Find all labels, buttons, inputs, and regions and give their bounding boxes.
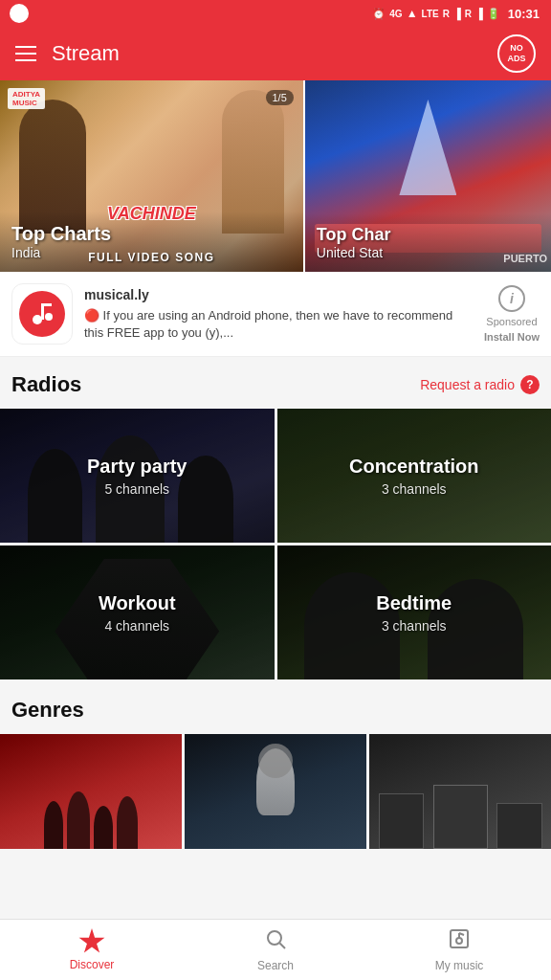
charts-section: ADITYAMUSIC 1/5 Top Charts India VACHIND… — [0, 80, 551, 272]
chart-aditya-badge: ADITYAMUSIC — [8, 88, 45, 109]
genres-section: Genres — [0, 682, 551, 852]
radio-card-workout[interactable]: Workout 4 channels — [0, 546, 275, 679]
genre-card-1[interactable] — [0, 734, 182, 849]
request-radio-button[interactable]: Request a radio ? — [420, 375, 540, 394]
battery-icon: 🔋 — [487, 8, 500, 20]
signal-4g: 4G — [389, 9, 402, 19]
radio-bedtime-overlay: Bedtime 3 channels — [277, 546, 552, 679]
radio-concentration-name: Concentration — [349, 456, 479, 478]
genre-card-2[interactable] — [185, 734, 366, 849]
svg-point-0 — [33, 315, 42, 324]
chart-pagination: 1/5 — [266, 90, 294, 105]
clock-time: 10:31 — [508, 7, 540, 21]
vachinde-text: VACHINDE — [0, 204, 303, 224]
help-icon: ? — [520, 375, 540, 394]
ad-brand-name: musical.ly — [84, 286, 473, 305]
status-bar: ⏰ 4G ▲ LTE R ▐ R ▐ 🔋 10:31 — [0, 0, 551, 27]
ad-description: 🔴 If you are using an Android phone, the… — [84, 307, 473, 342]
app-title: Stream — [52, 41, 120, 66]
radio-card-bedtime[interactable]: Bedtime 3 channels — [277, 546, 552, 679]
mymusic-icon — [448, 927, 471, 956]
wifi-icon: ▲ — [407, 7, 418, 20]
signal-r1: R — [443, 9, 450, 19]
chart-card-india[interactable]: ADITYAMUSIC 1/5 Top Charts India VACHIND… — [0, 80, 303, 272]
svg-rect-3 — [41, 303, 52, 306]
radios-title: Radios — [11, 372, 81, 397]
svg-point-4 — [268, 931, 281, 945]
radio-card-party[interactable]: Party party 5 channels — [0, 409, 275, 543]
chart-us-region: PUERTO — [503, 253, 547, 264]
nav-discover-label: Discover — [70, 958, 115, 971]
discover-icon — [78, 928, 105, 955]
full-video-label: FULL VIDEO SONG — [0, 251, 303, 264]
alarm-icon: ⏰ — [372, 8, 386, 20]
radio-card-concentration[interactable]: Concentration 3 channels — [277, 409, 552, 543]
no-ads-button[interactable]: NOADS — [497, 34, 536, 73]
radio-party-channels: 5 channels — [104, 481, 169, 497]
signal-bars2: ▐ — [475, 8, 483, 19]
svg-point-1 — [45, 313, 53, 321]
nav-item-discover[interactable]: Discover — [0, 920, 184, 980]
ad-banner[interactable]: musical.ly 🔴 If you are using an Android… — [0, 272, 551, 357]
radio-concentration-overlay: Concentration 3 channels — [277, 409, 552, 543]
ad-info-icon[interactable]: i — [498, 285, 525, 312]
radio-workout-channels: 4 channels — [104, 618, 169, 634]
radio-party-name: Party party — [87, 456, 187, 478]
nav-item-search[interactable]: Search — [184, 920, 367, 980]
radio-party-overlay: Party party 5 channels — [0, 409, 275, 543]
radios-section: Radios Request a radio ? Party party — [0, 357, 551, 682]
svg-point-7 — [456, 938, 462, 944]
svg-line-5 — [280, 944, 286, 949]
radios-header: Radios Request a radio ? — [0, 357, 551, 409]
nav-mymusic-label: My music — [435, 959, 484, 972]
radio-workout-name: Workout — [99, 592, 176, 614]
nav-item-mymusic[interactable]: My music — [367, 920, 551, 980]
nav-search-label: Search — [257, 959, 294, 972]
radio-concentration-channels: 3 channels — [382, 481, 447, 497]
ad-sponsored-label: Sponsored — [486, 316, 537, 327]
radio-bedtime-name: Bedtime — [376, 592, 452, 614]
search-icon — [264, 927, 287, 956]
radio-bedtime-channels: 3 channels — [382, 618, 447, 634]
ad-app-icon — [11, 283, 73, 345]
lte-icon: LTE — [422, 9, 439, 19]
ad-text-content: musical.ly 🔴 If you are using an Android… — [84, 286, 473, 342]
genres-grid — [0, 734, 551, 852]
genre-card-3[interactable] — [369, 734, 551, 849]
ad-install-button[interactable]: Install Now — [484, 331, 540, 343]
genres-title: Genres — [0, 698, 551, 734]
signal-r2: R — [465, 9, 472, 19]
ad-action-area[interactable]: i Sponsored Install Now — [484, 285, 540, 343]
chart-card-us[interactable]: Top Char United Stat PUERTO — [305, 80, 551, 272]
chart-us-title: Top Char — [317, 225, 540, 245]
request-radio-label: Request a radio — [420, 377, 515, 392]
signal-bars1: ▐ — [453, 8, 461, 19]
menu-button[interactable] — [15, 46, 36, 61]
radio-grid: Party party 5 channels Concentration 3 c… — [0, 409, 551, 682]
app-header: Stream NOADS — [0, 27, 551, 80]
bottom-nav: Discover Search My music — [0, 919, 551, 980]
chart-india-title: Top Charts — [11, 223, 292, 245]
radio-workout-overlay: Workout 4 channels — [0, 546, 275, 679]
